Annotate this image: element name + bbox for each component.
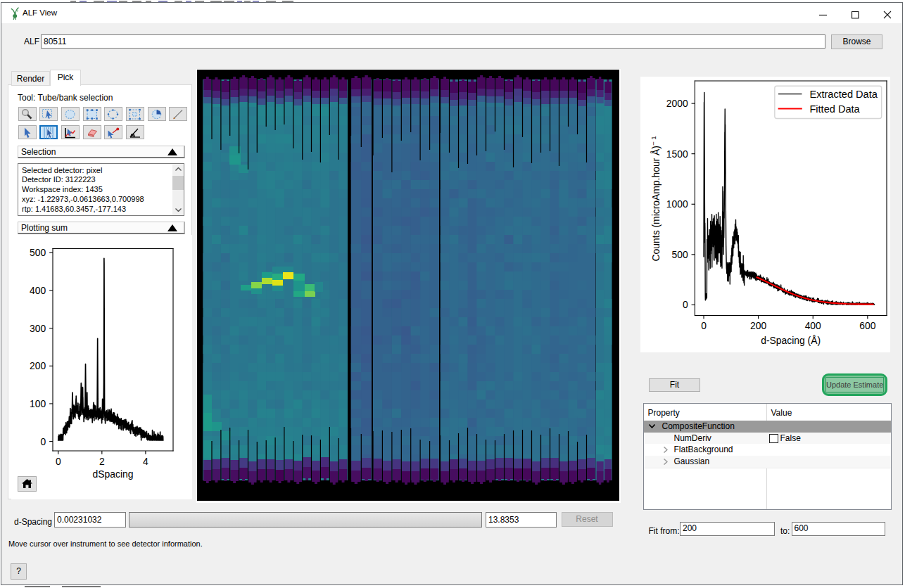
- svg-text:dSpacing: dSpacing: [93, 468, 134, 480]
- svg-text:400: 400: [30, 285, 46, 296]
- svg-text:600: 600: [859, 320, 875, 331]
- svg-text:200: 200: [30, 360, 46, 371]
- svg-text:0: 0: [41, 436, 46, 447]
- svg-text:0: 0: [701, 320, 707, 331]
- svg-text:d-Spacing (Å): d-Spacing (Å): [761, 334, 821, 345]
- svg-text:200: 200: [750, 320, 766, 331]
- svg-text:C o u n: C o u n t s ( m i c r o A m p . h o u r …: [642, 136, 663, 261]
- svg-text:2: 2: [99, 456, 105, 467]
- svg-text:Fitted Data: Fitted Data: [809, 103, 860, 114]
- svg-text:2000: 2000: [666, 98, 688, 109]
- svg-text:1500: 1500: [666, 148, 688, 159]
- svg-text:Extracted Data: Extracted Data: [809, 88, 878, 99]
- svg-text:4: 4: [143, 456, 148, 467]
- svg-text:500: 500: [672, 248, 688, 260]
- svg-text:500: 500: [30, 247, 46, 258]
- svg-text:400: 400: [805, 320, 821, 331]
- svg-text:0: 0: [56, 456, 61, 467]
- svg-text:100: 100: [30, 398, 46, 409]
- svg-text:300: 300: [30, 323, 46, 334]
- svg-text:1000: 1000: [666, 198, 688, 210]
- svg-text:0: 0: [683, 299, 688, 310]
